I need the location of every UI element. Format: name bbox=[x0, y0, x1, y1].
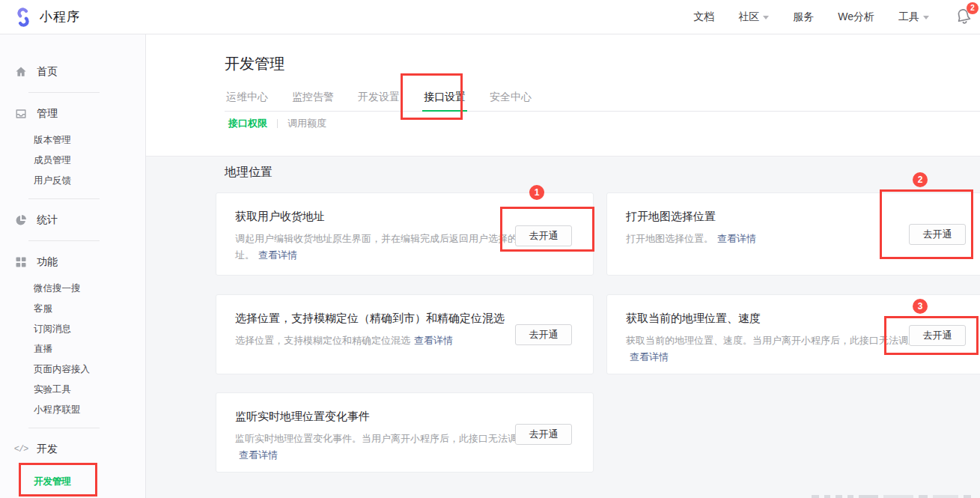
top-navigation: 文档 社区 服务 We分析 工具 2 bbox=[693, 7, 980, 27]
section-title-location: 地理位置 bbox=[225, 165, 273, 180]
tab-bar: 运维中心 监控告警 开发设置 接口设置 安全中心 bbox=[225, 88, 980, 112]
activate-button[interactable]: 去开通 bbox=[515, 225, 572, 246]
api-card-location-change-listener: 监听实时地理位置变化事件 监听实时地理位置变化事件。当用户离开小程序后，此接口无… bbox=[216, 392, 594, 473]
pie-chart-icon bbox=[15, 214, 27, 226]
grid-icon bbox=[15, 256, 27, 268]
card-title: 打开地图选择位置 bbox=[626, 210, 980, 224]
brand-title: 小程序 bbox=[40, 8, 80, 25]
nav-tools[interactable]: 工具 bbox=[898, 10, 929, 24]
sidebar-item-manage[interactable]: 管理 bbox=[0, 97, 145, 130]
view-details-link[interactable]: 查看详情 bbox=[258, 249, 297, 261]
view-details-link[interactable]: 查看详情 bbox=[630, 351, 669, 362]
sub-tab-bar: 接口权限 调用额度 bbox=[228, 117, 326, 130]
sidebar-item-label: 统计 bbox=[37, 213, 58, 227]
footer-text-fragment bbox=[812, 495, 971, 498]
sidebar-item-home[interactable]: 首页 bbox=[0, 55, 145, 88]
view-details-link[interactable]: 查看详情 bbox=[717, 233, 756, 244]
sidebar-item-version-manage[interactable]: 版本管理 bbox=[0, 130, 145, 151]
sidebar-item-label: 管理 bbox=[37, 107, 58, 121]
card-description: 调起用户编辑收货地址原生界面，并在编辑完成后返回用户选择的地址。查看详情 bbox=[235, 231, 530, 264]
notification-count-badge: 2 bbox=[967, 2, 979, 14]
chevron-down-icon bbox=[923, 16, 929, 19]
brand[interactable]: 小程序 bbox=[13, 7, 80, 27]
card-description: 获取当前的地理位置、速度。当用户离开小程序后，此接口无法调用。查看详情 bbox=[626, 332, 936, 365]
code-icon: </> bbox=[15, 443, 27, 455]
page-title: 开发管理 bbox=[225, 54, 284, 74]
activate-button[interactable]: 去开通 bbox=[909, 224, 966, 245]
api-card-current-location: 获取当前的地理位置、速度 获取当前的地理位置、速度。当用户离开小程序后，此接口无… bbox=[606, 294, 980, 374]
card-title: 监听实时地理位置变化事件 bbox=[235, 410, 593, 424]
subtab-interface-permission[interactable]: 接口权限 bbox=[228, 117, 267, 130]
sidebar-item-miniprogram-union[interactable]: 小程序联盟 bbox=[0, 400, 145, 420]
api-card-choose-location-map: 打开地图选择位置 打开地图选择位置。查看详情 去开通 bbox=[606, 192, 980, 276]
miniprogram-logo-icon bbox=[13, 7, 33, 27]
nav-docs[interactable]: 文档 bbox=[693, 10, 714, 24]
view-details-link[interactable]: 查看详情 bbox=[239, 449, 278, 461]
card-description: 监听实时地理位置变化事件。当用户离开小程序后，此接口无法调用。查看详情 bbox=[235, 431, 545, 464]
card-title: 获取用户收货地址 bbox=[235, 210, 593, 224]
tab-monitor-alert[interactable]: 监控告警 bbox=[290, 88, 335, 112]
view-details-link[interactable]: 查看详情 bbox=[414, 335, 453, 346]
sidebar-item-customer-service[interactable]: 客服 bbox=[0, 299, 145, 319]
home-icon bbox=[15, 66, 27, 78]
tray-icon bbox=[15, 108, 27, 120]
sidebar-item-page-content[interactable]: 页面内容接入 bbox=[0, 359, 145, 380]
sidebar-item-statistics[interactable]: 统计 bbox=[0, 204, 145, 237]
activate-button[interactable]: 去开通 bbox=[515, 324, 572, 345]
sidebar-item-member-manage[interactable]: 成员管理 bbox=[0, 151, 145, 171]
activate-button[interactable]: 去开通 bbox=[515, 424, 572, 445]
api-card-fuzzy-location: 选择位置，支持模糊定位（精确到市）和精确定位混选 选择位置，支持模糊定位和精确定… bbox=[216, 294, 594, 374]
sidebar-item-subscribe-message[interactable]: 订阅消息 bbox=[0, 319, 145, 339]
sidebar-item-develop[interactable]: </> 开发 bbox=[0, 433, 145, 466]
subtab-call-quota[interactable]: 调用额度 bbox=[287, 117, 326, 130]
activate-button[interactable]: 去开通 bbox=[909, 325, 966, 346]
subtab-divider bbox=[277, 119, 278, 128]
chevron-down-icon bbox=[763, 16, 769, 19]
nav-community[interactable]: 社区 bbox=[738, 10, 769, 24]
sidebar: 首页 管理 版本管理 成员管理 用户反馈 统计 bbox=[0, 34, 146, 498]
tab-operations-center[interactable]: 运维中心 bbox=[225, 88, 270, 112]
sidebar-item-live[interactable]: 直播 bbox=[0, 339, 145, 359]
sidebar-item-label: 首页 bbox=[37, 65, 58, 79]
sidebar-item-wechat-search[interactable]: 微信搜一搜 bbox=[0, 279, 145, 299]
sidebar-divider bbox=[28, 92, 100, 93]
top-header: 小程序 文档 社区 服务 We分析 工具 2 bbox=[0, 0, 980, 34]
sidebar-item-features[interactable]: 功能 bbox=[0, 246, 145, 279]
tab-interface-settings[interactable]: 接口设置 bbox=[422, 88, 467, 112]
sidebar-item-label: 开发 bbox=[37, 443, 58, 456]
sidebar-item-experiment-tools[interactable]: 实验工具 bbox=[0, 380, 145, 400]
tab-develop-settings[interactable]: 开发设置 bbox=[356, 88, 401, 112]
sidebar-divider bbox=[28, 428, 100, 428]
nav-services[interactable]: 服务 bbox=[793, 10, 814, 24]
notification-bell[interactable]: 2 bbox=[955, 7, 974, 27]
sidebar-divider bbox=[28, 198, 100, 199]
sidebar-item-label: 功能 bbox=[37, 255, 58, 269]
sidebar-item-user-feedback[interactable]: 用户反馈 bbox=[0, 171, 145, 191]
api-card-shipping-address: 获取用户收货地址 调起用户编辑收货地址原生界面，并在编辑完成后返回用户选择的地址… bbox=[216, 192, 594, 276]
card-title: 获取当前的地理位置、速度 bbox=[626, 312, 980, 326]
tab-security-center[interactable]: 安全中心 bbox=[488, 88, 533, 112]
sidebar-item-develop-manage[interactable]: 开发管理 bbox=[0, 472, 145, 492]
sidebar-divider bbox=[28, 240, 100, 241]
nav-we-analytics[interactable]: We分析 bbox=[838, 10, 874, 24]
